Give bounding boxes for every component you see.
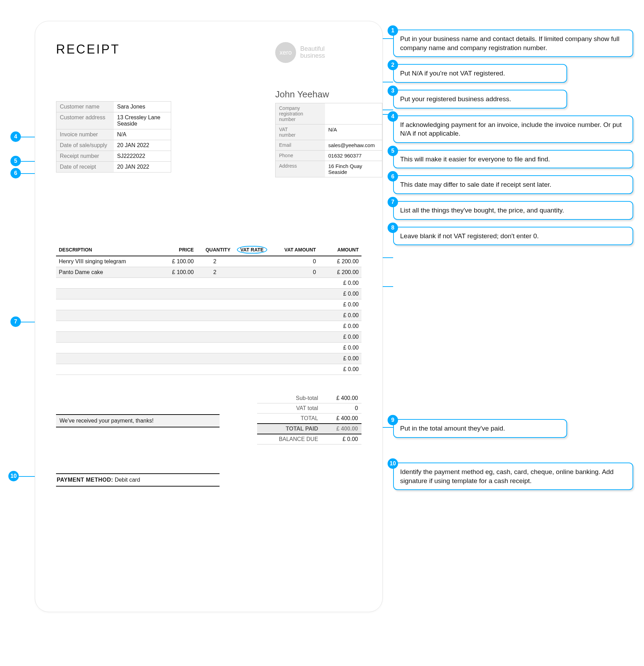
totals-table: Sub-total£ 400.00 VAT total0 TOTAL£ 400.…: [257, 393, 361, 444]
cell-amt: £ 0.00: [319, 299, 361, 310]
cell-price: [160, 278, 197, 289]
thankyou-note: We've received your payment, thanks!: [56, 414, 220, 427]
cell-amt: £ 0.00: [319, 343, 361, 353]
cell-amt: £ 0.00: [319, 332, 361, 343]
cell-vrate: [233, 289, 270, 299]
cell-amt: £ 200.00: [319, 267, 361, 278]
cell-amt: £ 0.00: [319, 278, 361, 289]
totalpaid-label: TOTAL PAID: [257, 424, 321, 434]
biz-val: 01632 960377: [325, 151, 382, 161]
cell-vrate: [233, 364, 270, 375]
cell-price: [160, 353, 197, 364]
cell-desc: [56, 278, 160, 289]
cust-key: Date of sale/supply: [56, 140, 114, 151]
cust-val: SJ2222022: [114, 151, 171, 162]
cell-vrate: [233, 299, 270, 310]
cell-qty: [197, 343, 233, 353]
cell-qty: 2: [197, 267, 233, 278]
cell-amt: £ 0.00: [319, 310, 361, 321]
cell-amt: £ 200.00: [319, 256, 361, 267]
biz-val: sales@yeehaw.com: [325, 140, 382, 151]
table-row: £ 0.00: [56, 310, 361, 321]
cell-vrate: [233, 267, 270, 278]
cell-price: [160, 332, 197, 343]
cust-key: Receipt number: [56, 151, 114, 162]
items-table: DESCRIPTION PRICE QUANTITY VAT RATE VAT …: [56, 244, 361, 375]
cell-desc: [56, 343, 160, 353]
callout-text: Put N/A if you're not VAT registered.: [400, 70, 505, 77]
cell-vamt: [270, 343, 319, 353]
table-row: Panto Dame cake£ 100.0020£ 200.00: [56, 267, 361, 278]
cust-val: Sara Jones: [114, 102, 171, 112]
callout-9: 9 Put in the total amount they've paid.: [393, 419, 567, 438]
callout-text: If acknowledging payment for an invoice,…: [400, 121, 622, 137]
badge-7: 7: [10, 316, 21, 327]
biz-val: N/A: [325, 125, 382, 140]
tagline-1: Beautiful: [300, 46, 325, 53]
balance-label: BALANCE DUE: [257, 434, 321, 444]
cell-desc: [56, 364, 160, 375]
cell-qty: [197, 332, 233, 343]
col-desc: DESCRIPTION: [56, 244, 160, 256]
callout-8: 8Leave blank if not VAT registered; don'…: [393, 227, 633, 246]
callout-number: 6: [388, 171, 398, 182]
totals-section: Sub-total£ 400.00 VAT total0 TOTAL£ 400.…: [56, 393, 361, 444]
callout-5: 5This will make it easier for everyone t…: [393, 150, 633, 169]
tagline-2: business: [300, 53, 325, 59]
cell-vamt: [270, 310, 319, 321]
cell-vamt: [270, 321, 319, 332]
table-row: £ 0.00: [56, 289, 361, 299]
cell-qty: [197, 310, 233, 321]
biz-key: Company registration number: [276, 103, 325, 125]
cell-desc: [56, 353, 160, 364]
cell-vrate: [233, 278, 270, 289]
badge-5: 5: [10, 156, 21, 166]
callout-text: Put your registered business address.: [400, 95, 511, 103]
callout-text: Put in your business name and contact de…: [400, 35, 620, 51]
callout-number: 4: [388, 111, 398, 122]
callouts: 1Put in your business name and contact d…: [393, 30, 633, 252]
cell-vrate: [233, 353, 270, 364]
cell-price: [160, 321, 197, 332]
cell-desc: Panto Dame cake: [56, 267, 160, 278]
callout-text: This will make it easier for everyone to…: [400, 155, 550, 163]
cell-desc: Henry VIII singing telegram: [56, 256, 160, 267]
cell-qty: [197, 364, 233, 375]
vattotal-value: 0: [321, 403, 361, 414]
callout-number: 5: [388, 146, 398, 156]
cell-price: [160, 310, 197, 321]
table-row: £ 0.00: [56, 332, 361, 343]
col-price: PRICE: [160, 244, 197, 256]
cell-desc: [56, 289, 160, 299]
business-table: Company registration numberVAT numberN/A…: [275, 103, 382, 177]
col-vatrate: VAT RATE: [233, 244, 270, 256]
balance-value: £ 0.00: [321, 434, 361, 444]
cell-vamt: [270, 278, 319, 289]
payment-method-value: Debit card: [115, 477, 140, 483]
biz-key: VAT number: [276, 125, 325, 140]
subtotal-label: Sub-total: [257, 393, 321, 403]
callout-7: 7List all the things they've bought, the…: [393, 201, 633, 220]
vatrate-label: VAT RATE: [237, 246, 267, 254]
total-value: £ 400.00: [321, 414, 361, 424]
cell-qty: [197, 321, 233, 332]
callout-text: This date may differ to sale date if rec…: [400, 181, 551, 188]
callout-text: List all the things they've bought, the …: [400, 207, 564, 214]
cell-amt: £ 0.00: [319, 364, 361, 375]
table-row: £ 0.00: [56, 321, 361, 332]
biz-val: 16 Finch Quay Seaside: [325, 161, 382, 177]
callout-10: 10 Identify the payment method eg, cash,…: [393, 463, 633, 490]
callout-number: 7: [388, 197, 398, 207]
biz-val: [325, 103, 382, 125]
cust-key: Date of receipt: [56, 162, 114, 172]
cell-price: [160, 364, 197, 375]
cell-vamt: [270, 364, 319, 375]
cell-vamt: [270, 353, 319, 364]
cell-qty: 2: [197, 256, 233, 267]
total-label: TOTAL: [257, 414, 321, 424]
cust-key: Customer name: [56, 102, 114, 112]
callout-number: 9: [388, 415, 398, 425]
callout-number: 8: [388, 223, 398, 233]
subtotal-value: £ 400.00: [321, 393, 361, 403]
callout-text: Leave blank if not VAT registered; don't…: [400, 232, 539, 240]
